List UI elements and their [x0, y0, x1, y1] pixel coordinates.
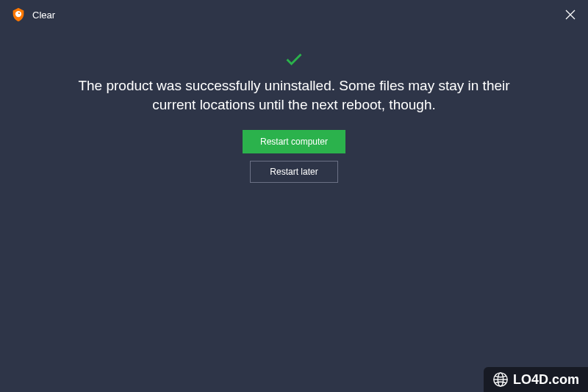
watermark-text: LO4D.com [513, 372, 579, 388]
success-message: The product was successfully uninstalled… [55, 76, 533, 114]
checkmark-icon [284, 48, 304, 69]
titlebar: Clear [0, 0, 588, 29]
button-group: Restart computer Restart later [243, 130, 345, 183]
app-title: Clear [32, 10, 55, 21]
close-button[interactable] [563, 7, 578, 22]
titlebar-left: Clear [10, 7, 55, 23]
restart-later-button[interactable]: Restart later [250, 161, 338, 183]
avast-logo-icon [10, 7, 26, 23]
globe-icon [492, 371, 509, 388]
restart-computer-button[interactable]: Restart computer [243, 130, 345, 153]
watermark: LO4D.com [484, 367, 588, 392]
main-content: The product was successfully uninstalled… [0, 29, 588, 183]
close-icon [564, 9, 576, 21]
